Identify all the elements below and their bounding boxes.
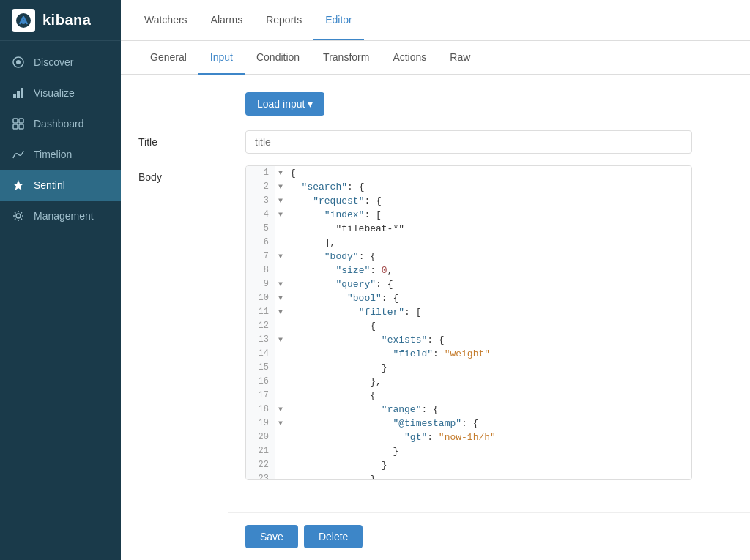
- line-content: {: [286, 389, 376, 403]
- sidebar-item-timelion[interactable]: Timelion: [0, 139, 121, 170]
- fold-toggle[interactable]: ▼: [275, 277, 286, 291]
- sidebar-item-label: Discover: [34, 56, 73, 68]
- sidebar: kibana Discover Visualize: [0, 0, 121, 560]
- svg-point-1: [21, 20, 26, 24]
- fold-toggle[interactable]: ▼: [275, 305, 286, 319]
- line-content: }: [286, 361, 387, 375]
- line-number: 3: [246, 194, 275, 208]
- svg-rect-6: [21, 88, 23, 98]
- fold-toggle[interactable]: ▼: [275, 250, 286, 264]
- sidebar-item-management[interactable]: Management: [0, 201, 121, 231]
- line-number: 10: [246, 291, 275, 305]
- tab-actions[interactable]: Actions: [381, 41, 438, 75]
- line-content: "size": 0,: [286, 264, 393, 277]
- form-area: Load input ▾ Title Body 1▼{2▼ "search": …: [121, 75, 750, 512]
- tab-general[interactable]: General: [138, 41, 198, 75]
- line-number: 9: [246, 277, 275, 291]
- line-number: 6: [246, 236, 275, 250]
- sub-tabs: General Input Condition Transform Action…: [121, 41, 750, 75]
- code-line: 13▼ "exists": {: [246, 333, 691, 347]
- top-nav-editor[interactable]: Editor: [313, 1, 364, 40]
- tab-transform[interactable]: Transform: [311, 41, 381, 75]
- body-row: Body 1▼{2▼ "search": {3▼ "request": {4▼ …: [138, 165, 732, 480]
- code-line: 1▼{: [246, 166, 691, 180]
- svg-point-11: [16, 214, 21, 218]
- kibana-logo-icon: [12, 9, 35, 32]
- code-line: 17 {: [246, 389, 691, 403]
- code-line: 8 "size": 0,: [246, 264, 691, 277]
- code-line: 18▼ "range": {: [246, 403, 691, 417]
- top-nav-reports[interactable]: Reports: [254, 1, 313, 40]
- fold-toggle[interactable]: ▼: [275, 208, 286, 222]
- tab-input[interactable]: Input: [198, 41, 245, 75]
- svg-point-3: [16, 60, 21, 64]
- sidebar-item-discover[interactable]: Discover: [0, 47, 121, 78]
- load-input-button[interactable]: Load input ▾: [245, 92, 324, 116]
- save-button[interactable]: Save: [245, 525, 298, 548]
- sidebar-item-visualize[interactable]: Visualize: [0, 78, 121, 108]
- line-content: "query": {: [286, 277, 393, 291]
- line-content: "search": {: [286, 180, 364, 194]
- line-content: "gt": "now-1h/h": [286, 430, 496, 444]
- sidebar-item-label: Sentinl: [34, 179, 65, 191]
- fold-toggle[interactable]: ▼: [275, 333, 286, 347]
- line-content: "field": "weight": [286, 347, 490, 361]
- title-input[interactable]: [245, 130, 692, 154]
- line-number: 11: [246, 305, 275, 319]
- line-content: "index": [: [286, 208, 382, 222]
- svg-rect-7: [13, 119, 18, 123]
- line-number: 5: [246, 222, 275, 236]
- line-number: 20: [246, 430, 275, 444]
- line-number: 17: [246, 389, 275, 403]
- fold-toggle[interactable]: ▼: [275, 180, 286, 194]
- line-content: }: [286, 472, 376, 480]
- code-line: 19▼ "@timestamp": {: [246, 417, 691, 430]
- line-number: 13: [246, 333, 275, 347]
- code-line: 7▼ "body": {: [246, 250, 691, 264]
- svg-rect-8: [19, 119, 23, 123]
- code-line: 16 },: [246, 375, 691, 389]
- fold-toggle[interactable]: ▼: [275, 417, 286, 430]
- code-line: 2▼ "search": {: [246, 180, 691, 194]
- line-content: "body": {: [286, 250, 376, 264]
- line-content: {: [286, 319, 376, 333]
- fold-toggle[interactable]: ▼: [275, 166, 286, 180]
- code-line: 5 "filebeat-*": [246, 222, 691, 236]
- sidebar-item-sentinl[interactable]: Sentinl: [0, 170, 121, 201]
- title-row: Title: [138, 130, 732, 154]
- code-line: 23 }: [246, 472, 691, 480]
- sidebar-item-dashboard[interactable]: Dashboard: [0, 108, 121, 139]
- line-number: 2: [246, 180, 275, 194]
- code-line: 4▼ "index": [: [246, 208, 691, 222]
- line-content: },: [286, 375, 382, 389]
- line-number: 12: [246, 319, 275, 333]
- svg-rect-5: [17, 91, 20, 98]
- top-nav-watchers[interactable]: Watchers: [133, 1, 199, 40]
- line-number: 7: [246, 250, 275, 264]
- code-line: 10▼ "bool": {: [246, 291, 691, 305]
- line-number: 16: [246, 375, 275, 389]
- sidebar-item-label: Visualize: [34, 87, 75, 99]
- tab-raw[interactable]: Raw: [438, 41, 482, 75]
- code-line: 15 }: [246, 361, 691, 375]
- fold-toggle[interactable]: ▼: [275, 194, 286, 208]
- tab-condition[interactable]: Condition: [245, 41, 311, 75]
- top-nav: Watchers Alarms Reports Editor: [121, 0, 750, 41]
- fold-toggle[interactable]: ▼: [275, 403, 286, 417]
- top-nav-alarms[interactable]: Alarms: [199, 1, 255, 40]
- svg-rect-9: [13, 124, 18, 129]
- sentinl-icon: [12, 179, 25, 192]
- code-line: 6 ],: [246, 236, 691, 250]
- code-line: 3▼ "request": {: [246, 194, 691, 208]
- line-number: 19: [246, 417, 275, 430]
- sidebar-item-label: Timelion: [34, 149, 72, 160]
- svg-rect-10: [19, 124, 23, 129]
- delete-button[interactable]: Delete: [304, 525, 363, 548]
- code-line: 11▼ "filter": [: [246, 305, 691, 319]
- code-editor[interactable]: 1▼{2▼ "search": {3▼ "request": {4▼ "inde…: [245, 165, 692, 480]
- line-number: 22: [246, 458, 275, 472]
- body-label: Body: [138, 165, 234, 183]
- line-content: ],: [286, 236, 335, 250]
- fold-toggle[interactable]: ▼: [275, 291, 286, 305]
- code-line: 12 {: [246, 319, 691, 333]
